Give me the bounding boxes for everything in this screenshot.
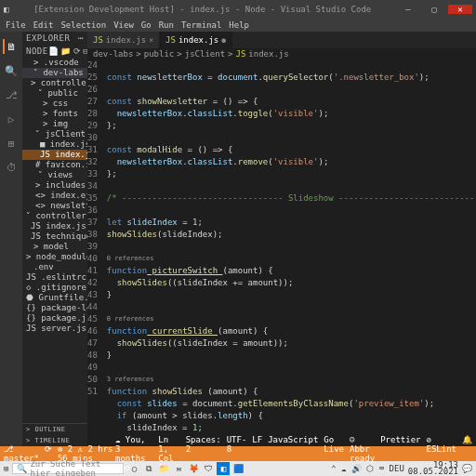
bc-seg[interactable]: public (144, 49, 175, 59)
menu-file[interactable]: File (6, 20, 26, 30)
js-icon: JS (93, 35, 103, 45)
tree-item[interactable]: > node_modules (22, 252, 87, 262)
mail-icon[interactable]: ✉ (172, 462, 185, 475)
line-number: 31 (87, 144, 98, 156)
menu-edit[interactable]: Edit (33, 20, 54, 30)
close-button[interactable]: ✕ (448, 5, 472, 14)
tree-item[interactable]: > css (22, 99, 87, 109)
tree-item[interactable]: <> index.ejs (22, 191, 87, 201)
scm-icon[interactable]: ⎇ (4, 87, 19, 102)
tray-icons[interactable]: ⌃ ☁ 🔊 ⬡ ⌨ DEU (331, 464, 404, 473)
more-icon[interactable]: ⋯ (78, 33, 84, 43)
tree-item[interactable]: JS index.js (22, 221, 87, 231)
explorer-label: EXPLORER (26, 33, 70, 43)
line-number: 47 (87, 337, 98, 350)
tree-item[interactable]: ■ index.js (22, 139, 87, 150)
browser-icon[interactable]: 🦊 (187, 462, 200, 475)
line-number: 34 (87, 180, 98, 192)
start-icon[interactable]: ⊞ (4, 464, 8, 473)
new-folder-icon[interactable]: 📁 (60, 46, 72, 56)
close-icon[interactable]: × (149, 36, 153, 45)
search-icon[interactable]: 🔍 (4, 63, 19, 78)
line-number: 35 (87, 192, 98, 205)
debug-icon[interactable]: ▷ (4, 112, 19, 126)
date[interactable]: 08.05.2021 (408, 469, 458, 475)
menubar: File Edit Selection View Go Run Terminal… (0, 19, 476, 32)
tree-item[interactable]: > img (22, 119, 87, 129)
line-number: 48 (87, 350, 98, 362)
menu-help[interactable]: Help (229, 20, 249, 30)
line-number: 26 (87, 84, 98, 96)
tree-item[interactable]: .env (22, 262, 87, 272)
menu-view[interactable]: View (113, 20, 134, 30)
menu-selection[interactable]: Selection (60, 20, 106, 30)
tree-item[interactable]: JS techniques.js (22, 231, 87, 242)
line-number: 32 (87, 156, 98, 168)
new-file-icon[interactable]: 📄 (48, 46, 60, 56)
line-number: 25 (87, 72, 98, 84)
minimize-button[interactable]: — (396, 5, 420, 14)
extensions-icon[interactable]: ⊞ (4, 136, 19, 151)
tree-item[interactable]: JS .eslintrc.json (22, 272, 87, 283)
tree-item[interactable]: > fonts (22, 109, 87, 119)
menu-terminal[interactable]: Terminal (181, 20, 221, 30)
line-number: 29 (87, 120, 98, 132)
vscode-task-icon[interactable]: ◧ (217, 462, 230, 475)
tree-item[interactable]: {} package.json (22, 313, 87, 324)
bc-file-icon: JS (236, 49, 246, 59)
tree-item[interactable]: ˅ views (22, 170, 87, 180)
line-number: 51 (87, 386, 98, 398)
bc-seg[interactable]: dev-labs (93, 49, 133, 59)
tree-item[interactable]: ⬣ Gruntfile.js (22, 293, 87, 303)
tree-item[interactable]: ˅ public (22, 88, 87, 99)
explorer-icon[interactable]: 📁 (157, 462, 170, 475)
tree-item[interactable]: > model (22, 242, 87, 252)
outline-section[interactable]: > OUTLINE (22, 424, 87, 435)
tree-item[interactable]: ˅ jsClient (22, 129, 87, 139)
line-number: 40 (87, 253, 98, 265)
tree-item[interactable]: JS index.js8 (22, 150, 87, 160)
badge-icon[interactable]: 🛡 (202, 462, 215, 475)
timer-icon[interactable]: ⏱ (4, 160, 19, 175)
project-name[interactable]: NODE (26, 46, 48, 56)
line-number: 24 (87, 60, 98, 72)
line-number: 33 (87, 168, 98, 180)
explorer-icon[interactable]: 🗎 (3, 39, 18, 54)
tree-item[interactable]: > includes (22, 180, 87, 191)
tree-item[interactable]: ˅ controller (22, 211, 87, 221)
js-icon: JS (165, 35, 176, 45)
line-number: 42 (87, 277, 98, 289)
tree-item[interactable]: > controller (22, 78, 87, 88)
line-number: 39 (87, 241, 98, 253)
tree-item[interactable]: JS server.js (22, 324, 87, 334)
notif-icon[interactable]: 💬 (462, 464, 472, 473)
tree-item[interactable]: # favicon.ico (22, 160, 87, 170)
menu-run[interactable]: Run (159, 20, 174, 30)
bc-file[interactable]: index.js (248, 49, 288, 59)
bc-seg[interactable]: jsClient (185, 49, 225, 59)
menu-go[interactable]: Go (141, 20, 152, 30)
taskview-icon[interactable]: ⧉ (142, 462, 155, 475)
search-icon: 🔍 (17, 464, 27, 473)
tree-item[interactable]: {} package-lock.json (22, 303, 87, 313)
editor-tab[interactable]: JSindex.js× (87, 32, 160, 48)
line-number: 30 (87, 132, 98, 144)
tree-item[interactable]: ◇ .gitignore (22, 283, 87, 293)
taskbar-search[interactable]: 🔍 Zur Suche Text hier eingeben (12, 463, 124, 474)
other-icon[interactable]: 🟦 (231, 462, 245, 475)
line-number: 43 (87, 289, 98, 301)
cortana-icon[interactable]: ○ (127, 462, 140, 475)
refresh-icon[interactable]: ⟳ (73, 46, 82, 56)
line-number: 46 (87, 325, 98, 337)
tree-item[interactable]: <> newsletterPopup.ejs (22, 201, 87, 211)
eol[interactable]: LF (252, 435, 262, 472)
line-number: 37 (87, 217, 98, 229)
tree-item[interactable]: > .vscode (22, 58, 87, 68)
editor-tab[interactable]: JSindex.js● (160, 32, 232, 48)
window-title: [Extension Development Host] - index.js … (8, 5, 396, 14)
lang[interactable]: JavaScript (268, 435, 318, 472)
close-icon[interactable]: ● (221, 36, 226, 45)
maximize-button[interactable]: ▢ (422, 5, 446, 14)
tree-item[interactable]: ˅ dev-labs (22, 68, 87, 78)
code-editor[interactable]: const newsletterBox = document.querySele… (101, 60, 476, 446)
